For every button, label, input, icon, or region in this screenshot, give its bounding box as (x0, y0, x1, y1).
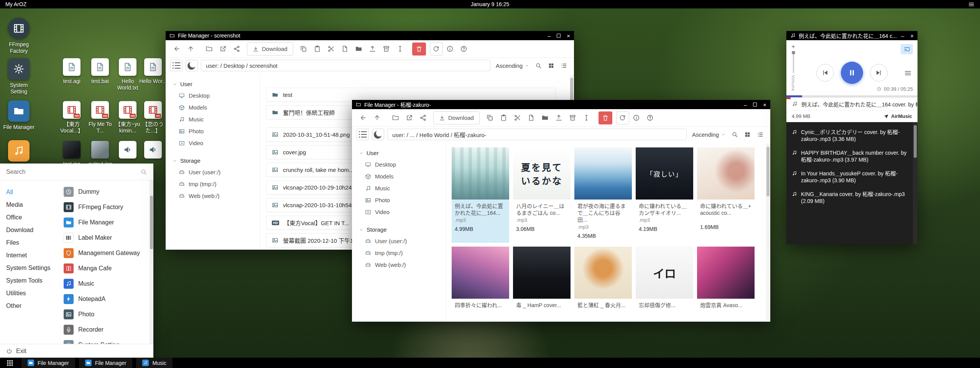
desktop-icon-file-manager[interactable]: File Manager (1, 100, 36, 131)
sort-dropdown[interactable]: Ascending (496, 62, 529, 69)
minimize-button[interactable]: – (744, 102, 747, 108)
app-item-notepada[interactable]: NotepadA (61, 291, 153, 307)
file-manager-window-zakuro[interactable]: File Manager - 柘榴-zakuro- – × Download u… (352, 100, 770, 322)
cut-button[interactable] (325, 43, 338, 56)
app-item-label-maker[interactable]: Label Maker (61, 230, 153, 245)
desktop-file-test-bat[interactable]: test.bat (85, 58, 115, 85)
search-input[interactable] (6, 168, 136, 175)
taskbar-item-music[interactable]: Music (136, 358, 173, 368)
grid-view-button[interactable] (744, 131, 751, 138)
app-drawer-button[interactable] (6, 359, 14, 367)
close-button[interactable]: × (910, 33, 914, 39)
sidebar-item-tmp-drive[interactable]: tmp (tmp:/) (352, 247, 446, 259)
sidebar-item-photo[interactable]: Photo (352, 194, 446, 206)
volume-up-button[interactable]: + (791, 43, 795, 50)
app-item-manga-cafe[interactable]: Manga Cafe (61, 261, 153, 276)
exit-button[interactable]: Exit (0, 344, 153, 358)
new-folder-button[interactable] (539, 111, 552, 124)
pause-button[interactable] (841, 62, 863, 84)
file-tile[interactable]: 命に嫌われている＿+ acoustic co...1.69MB (697, 147, 755, 243)
volume-slider[interactable] (793, 52, 794, 73)
sort-dropdown[interactable]: Ascending (692, 131, 725, 138)
start-menu-scrollbar[interactable] (150, 180, 153, 344)
category-files[interactable]: Files (0, 236, 61, 249)
breadcrumb[interactable]: user: / ... / Hello World / 柘榴-zakuro- (387, 129, 687, 140)
taskbar-item-file-manager-2[interactable]: File Manager (79, 358, 133, 368)
upload-button[interactable] (366, 43, 379, 56)
sidebar-item-music[interactable]: Music (352, 182, 446, 194)
list-view-toggle[interactable] (170, 60, 183, 71)
app-item-ffmpeg-factory[interactable]: FFmpeg Factory (61, 200, 153, 215)
desktop-video-4[interactable]: HD 【恋のうた...】 (138, 101, 168, 134)
rename-button[interactable] (394, 43, 407, 56)
topbar-menu-icon[interactable] (968, 1, 975, 8)
playlist-item[interactable]: Cynic＿ポリスピカデリー cover. by 柘榴-zakuro-.mp3 … (786, 125, 918, 146)
desktop-audio-2[interactable] (138, 141, 168, 161)
open-in-new-button[interactable] (216, 43, 229, 56)
sidebar-item-tmp-drive[interactable]: tmp (tmp:/) (166, 178, 260, 190)
title-bar[interactable]: File Manager - 柘榴-zakuro- – × (352, 100, 770, 109)
sidebar-item-models[interactable]: Models (166, 101, 260, 113)
properties-button[interactable] (630, 111, 643, 124)
music-player-window[interactable]: 例えば、今此処に置かれた花に＿164 c... – × + Volume 00:… (786, 31, 918, 244)
airmusic-badge[interactable]: AirMusic (883, 113, 912, 119)
cast-button[interactable] (901, 44, 913, 54)
playlist-scrollbar[interactable] (913, 122, 918, 244)
app-item-dummy[interactable]: Dummy (61, 184, 153, 200)
grid-view-button[interactable] (548, 62, 554, 69)
aroz-menu-button[interactable]: My ArOZ (5, 1, 26, 7)
title-bar[interactable]: File Manager - screenshot – × (166, 31, 574, 40)
playlist-item[interactable]: HAPPY BIRTHDAY＿back number cover. by柘榴-z… (786, 146, 918, 167)
list-view-button[interactable] (561, 62, 567, 69)
delete-button[interactable] (412, 43, 426, 56)
close-button[interactable]: × (567, 33, 570, 39)
file-tile[interactable]: 君が夜の海に還るまで＿こんにちは谷田....mp34.35MB (574, 147, 632, 243)
file-tile[interactable]: 炮雲京真 Avaso... (697, 247, 755, 312)
upload-button[interactable] (552, 111, 566, 124)
rename-button[interactable] (580, 111, 593, 124)
desktop-file-hello-world-2[interactable]: Hello Wor... (138, 58, 168, 85)
sidebar-item-desktop[interactable]: Desktop (166, 90, 260, 101)
download-button[interactable]: Download (247, 43, 293, 56)
desktop-video-2[interactable]: HD Fly Me To T... (85, 101, 115, 134)
properties-button[interactable] (444, 43, 457, 56)
next-button[interactable] (870, 64, 888, 82)
paste-button[interactable] (311, 43, 324, 56)
up-button[interactable] (184, 43, 197, 56)
file-tile[interactable]: 夏を見て いるかな 八月のレイニー＿はるまきごはん co....mp33.06M… (513, 147, 571, 243)
scrollbar[interactable] (766, 144, 770, 320)
list-view-button[interactable] (757, 131, 763, 138)
file-tile[interactable]: 藍と薄紅 _ 春火月... (574, 247, 632, 312)
minimize-button[interactable]: – (548, 33, 551, 39)
search-button[interactable] (732, 131, 738, 138)
copy-button[interactable] (483, 111, 497, 124)
help-button[interactable] (457, 43, 470, 56)
search-icon[interactable] (140, 168, 147, 175)
previous-button[interactable] (816, 64, 834, 82)
maximize-button[interactable] (557, 34, 561, 38)
progress-bar[interactable] (786, 95, 918, 97)
scrollbar-thumb[interactable] (766, 147, 770, 196)
refresh-button[interactable] (430, 43, 443, 56)
archive-button[interactable] (566, 111, 579, 124)
back-button[interactable] (357, 111, 370, 124)
category-utilities[interactable]: Utilities (0, 287, 61, 299)
new-file-button[interactable] (339, 43, 352, 56)
category-system-tools[interactable]: System Tools (0, 274, 61, 287)
close-button[interactable]: × (763, 102, 766, 108)
category-all[interactable]: All (0, 186, 61, 198)
app-item-management-gateway[interactable]: Management Gateway (61, 245, 153, 261)
playlist-item[interactable]: In Your Hands＿yusukeP cover. by 柘榴-zakur… (786, 167, 918, 187)
category-media[interactable]: Media (0, 198, 61, 211)
theme-toggle[interactable] (372, 129, 384, 140)
up-button[interactable] (370, 111, 383, 124)
file-tile[interactable]: 「寂しい」 命に嫌われている＿カンザキイオリ....mp34.19MB (636, 147, 693, 243)
category-system-settings[interactable]: System Settings (0, 262, 61, 274)
new-folder-button[interactable] (352, 43, 365, 56)
category-office[interactable]: Office (0, 211, 61, 224)
open-button[interactable] (202, 43, 215, 56)
taskbar-item-file-manager-1[interactable]: File Manager (21, 358, 75, 368)
copy-button[interactable] (297, 43, 310, 56)
sidebar-item-web-drive[interactable]: Web (web:/) (166, 190, 260, 202)
app-item-file-manager[interactable]: File Manager (61, 215, 153, 230)
